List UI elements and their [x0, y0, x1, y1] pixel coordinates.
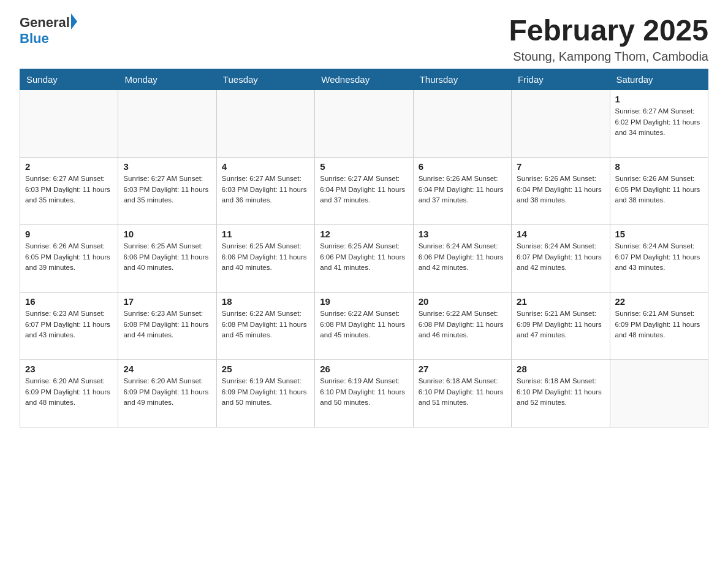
day-number: 26 — [320, 364, 408, 374]
day-number: 5 — [320, 161, 408, 172]
day-number: 28 — [517, 364, 604, 374]
calendar-cell: 27Sunrise: 6:18 AM Sunset: 6:10 PM Dayli… — [413, 359, 511, 427]
day-info: Sunrise: 6:26 AM Sunset: 6:05 PM Dayligh… — [615, 174, 703, 206]
day-number: 17 — [123, 296, 211, 307]
day-info: Sunrise: 6:20 AM Sunset: 6:09 PM Dayligh… — [25, 376, 113, 408]
logo-arrow-icon — [71, 13, 77, 29]
day-info: Sunrise: 6:26 AM Sunset: 6:04 PM Dayligh… — [419, 174, 506, 206]
week-row-2: 2Sunrise: 6:27 AM Sunset: 6:03 PM Daylig… — [20, 157, 708, 224]
calendar-cell: 15Sunrise: 6:24 AM Sunset: 6:07 PM Dayli… — [610, 224, 708, 292]
day-info: Sunrise: 6:22 AM Sunset: 6:08 PM Dayligh… — [222, 308, 309, 341]
calendar-cell: 25Sunrise: 6:19 AM Sunset: 6:09 PM Dayli… — [216, 359, 314, 427]
day-info: Sunrise: 6:23 AM Sunset: 6:08 PM Dayligh… — [123, 308, 211, 341]
calendar-cell: 2Sunrise: 6:27 AM Sunset: 6:03 PM Daylig… — [20, 157, 118, 224]
calendar-cell: 21Sunrise: 6:21 AM Sunset: 6:09 PM Dayli… — [512, 292, 610, 359]
day-number: 16 — [25, 296, 113, 307]
day-number: 9 — [25, 229, 113, 239]
day-number: 25 — [222, 364, 309, 374]
day-number: 4 — [222, 161, 309, 172]
weekday-header-monday: Monday — [118, 69, 216, 90]
day-info: Sunrise: 6:19 AM Sunset: 6:09 PM Dayligh… — [222, 376, 309, 408]
day-number: 20 — [419, 296, 506, 307]
calendar-cell — [315, 90, 413, 157]
day-number: 15 — [615, 229, 703, 239]
day-info: Sunrise: 6:18 AM Sunset: 6:10 PM Dayligh… — [419, 376, 506, 408]
day-info: Sunrise: 6:22 AM Sunset: 6:08 PM Dayligh… — [320, 308, 408, 341]
day-number: 7 — [517, 161, 604, 172]
day-info: Sunrise: 6:20 AM Sunset: 6:09 PM Dayligh… — [123, 376, 211, 408]
day-info: Sunrise: 6:24 AM Sunset: 6:06 PM Dayligh… — [419, 241, 506, 274]
calendar-cell: 14Sunrise: 6:24 AM Sunset: 6:07 PM Dayli… — [512, 224, 610, 292]
calendar-cell: 11Sunrise: 6:25 AM Sunset: 6:06 PM Dayli… — [216, 224, 314, 292]
day-number: 12 — [320, 229, 408, 239]
day-info: Sunrise: 6:25 AM Sunset: 6:06 PM Dayligh… — [320, 241, 408, 274]
subtitle: Stoung, Kampong Thom, Cambodia — [509, 50, 708, 64]
calendar-cell: 20Sunrise: 6:22 AM Sunset: 6:08 PM Dayli… — [413, 292, 511, 359]
calendar-cell — [118, 90, 216, 157]
day-number: 21 — [517, 296, 604, 307]
day-info: Sunrise: 6:22 AM Sunset: 6:08 PM Dayligh… — [419, 308, 506, 341]
day-info: Sunrise: 6:26 AM Sunset: 6:05 PM Dayligh… — [25, 241, 113, 274]
day-number: 23 — [25, 364, 113, 374]
calendar-cell: 1Sunrise: 6:27 AM Sunset: 6:02 PM Daylig… — [610, 90, 708, 157]
day-number: 3 — [123, 161, 211, 172]
day-number: 19 — [320, 296, 408, 307]
calendar-cell: 18Sunrise: 6:22 AM Sunset: 6:08 PM Dayli… — [216, 292, 314, 359]
logo-blue-text: Blue — [20, 31, 77, 47]
calendar-cell — [20, 90, 118, 157]
calendar-cell: 16Sunrise: 6:23 AM Sunset: 6:07 PM Dayli… — [20, 292, 118, 359]
calendar-cell: 6Sunrise: 6:26 AM Sunset: 6:04 PM Daylig… — [413, 157, 511, 224]
day-info: Sunrise: 6:19 AM Sunset: 6:10 PM Dayligh… — [320, 376, 408, 408]
calendar-table: SundayMondayTuesdayWednesdayThursdayFrid… — [20, 69, 708, 427]
day-number: 6 — [419, 161, 506, 172]
calendar-cell: 4Sunrise: 6:27 AM Sunset: 6:03 PM Daylig… — [216, 157, 314, 224]
day-number: 24 — [123, 364, 211, 374]
day-info: Sunrise: 6:25 AM Sunset: 6:06 PM Dayligh… — [123, 241, 211, 274]
weekday-header-tuesday: Tuesday — [216, 69, 314, 90]
logo-general-text: General — [20, 15, 70, 31]
week-row-1: 1Sunrise: 6:27 AM Sunset: 6:02 PM Daylig… — [20, 90, 708, 157]
main-title: February 2025 — [509, 15, 708, 47]
calendar-cell — [216, 90, 314, 157]
calendar-cell — [413, 90, 511, 157]
calendar-cell: 22Sunrise: 6:21 AM Sunset: 6:09 PM Dayli… — [610, 292, 708, 359]
day-info: Sunrise: 6:21 AM Sunset: 6:09 PM Dayligh… — [517, 308, 604, 341]
day-info: Sunrise: 6:27 AM Sunset: 6:03 PM Dayligh… — [222, 174, 309, 206]
day-info: Sunrise: 6:26 AM Sunset: 6:04 PM Dayligh… — [517, 174, 604, 206]
weekday-header-sunday: Sunday — [20, 69, 118, 90]
calendar-cell: 24Sunrise: 6:20 AM Sunset: 6:09 PM Dayli… — [118, 359, 216, 427]
calendar-cell — [610, 359, 708, 427]
day-info: Sunrise: 6:24 AM Sunset: 6:07 PM Dayligh… — [615, 241, 703, 274]
page-header: General Blue February 2025 Stoung, Kampo… — [20, 15, 708, 64]
calendar-cell: 9Sunrise: 6:26 AM Sunset: 6:05 PM Daylig… — [20, 224, 118, 292]
logo: General Blue — [20, 15, 77, 47]
calendar-cell: 5Sunrise: 6:27 AM Sunset: 6:04 PM Daylig… — [315, 157, 413, 224]
day-number: 14 — [517, 229, 604, 239]
calendar-cell: 19Sunrise: 6:22 AM Sunset: 6:08 PM Dayli… — [315, 292, 413, 359]
day-number: 27 — [419, 364, 506, 374]
calendar-cell: 23Sunrise: 6:20 AM Sunset: 6:09 PM Dayli… — [20, 359, 118, 427]
day-number: 8 — [615, 161, 703, 172]
calendar-cell: 7Sunrise: 6:26 AM Sunset: 6:04 PM Daylig… — [512, 157, 610, 224]
weekday-header-friday: Friday — [512, 69, 610, 90]
calendar-cell: 28Sunrise: 6:18 AM Sunset: 6:10 PM Dayli… — [512, 359, 610, 427]
calendar-cell: 26Sunrise: 6:19 AM Sunset: 6:10 PM Dayli… — [315, 359, 413, 427]
day-number: 18 — [222, 296, 309, 307]
day-number: 2 — [25, 161, 113, 172]
title-block: February 2025 Stoung, Kampong Thom, Camb… — [509, 15, 708, 64]
day-info: Sunrise: 6:27 AM Sunset: 6:03 PM Dayligh… — [123, 174, 211, 206]
day-info: Sunrise: 6:27 AM Sunset: 6:03 PM Dayligh… — [25, 174, 113, 206]
calendar-cell: 17Sunrise: 6:23 AM Sunset: 6:08 PM Dayli… — [118, 292, 216, 359]
week-row-4: 16Sunrise: 6:23 AM Sunset: 6:07 PM Dayli… — [20, 292, 708, 359]
calendar-cell: 8Sunrise: 6:26 AM Sunset: 6:05 PM Daylig… — [610, 157, 708, 224]
day-number: 10 — [123, 229, 211, 239]
day-number: 1 — [615, 94, 703, 104]
day-info: Sunrise: 6:18 AM Sunset: 6:10 PM Dayligh… — [517, 376, 604, 408]
calendar-cell: 13Sunrise: 6:24 AM Sunset: 6:06 PM Dayli… — [413, 224, 511, 292]
week-row-3: 9Sunrise: 6:26 AM Sunset: 6:05 PM Daylig… — [20, 224, 708, 292]
calendar-cell: 10Sunrise: 6:25 AM Sunset: 6:06 PM Dayli… — [118, 224, 216, 292]
calendar-cell — [512, 90, 610, 157]
day-number: 13 — [419, 229, 506, 239]
day-info: Sunrise: 6:23 AM Sunset: 6:07 PM Dayligh… — [25, 308, 113, 341]
weekday-header-wednesday: Wednesday — [315, 69, 413, 90]
